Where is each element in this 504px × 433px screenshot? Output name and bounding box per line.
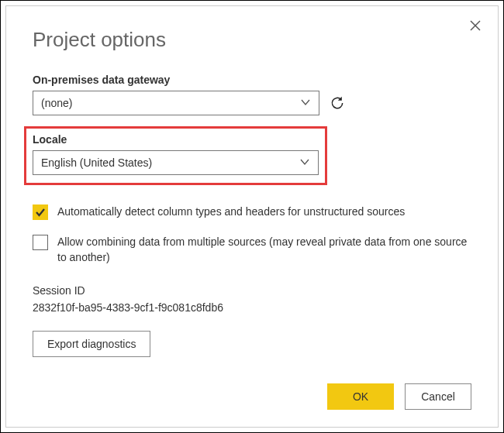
locale-select[interactable]: English (United States) [33,150,319,175]
screenshot-frame: Project options On-premises data gateway… [0,0,504,433]
refresh-icon [330,95,345,111]
gateway-label: On-premises data gateway [33,74,471,86]
gateway-row: (none) [33,91,471,115]
auto-detect-checkbox[interactable] [33,204,48,220]
session-id-value: 2832f10f-ba95-4383-9cf1-f9c081c8fdb6 [33,301,471,314]
project-options-dialog: Project options On-premises data gateway… [5,5,499,428]
close-button[interactable] [467,17,484,34]
ok-button[interactable]: OK [327,383,394,410]
dialog-footer: OK Cancel [327,383,471,410]
gateway-select[interactable]: (none) [33,91,319,115]
dialog-title: Project options [33,28,471,52]
close-icon [469,19,482,32]
allow-combining-checkbox[interactable] [33,235,48,250]
export-row: Export diagnostics [33,331,471,357]
gateway-select-value: (none) [41,97,72,109]
locale-label: Locale [33,133,319,146]
allow-combining-row: Allow combining data from multiple sourc… [33,234,471,266]
locale-highlight: Locale English (United States) [24,126,327,185]
auto-detect-row: Automatically detect column types and he… [33,204,471,220]
chevron-down-icon [299,156,310,170]
allow-combining-label: Allow combining data from multiple sourc… [57,234,471,266]
auto-detect-label: Automatically detect column types and he… [57,204,405,219]
session-id-label: Session ID [33,284,471,297]
chevron-down-icon [300,97,311,110]
check-icon [35,207,46,218]
refresh-gateway-button[interactable] [329,95,346,112]
export-diagnostics-button[interactable]: Export diagnostics [33,331,150,357]
locale-select-value: English (United States) [41,156,152,169]
cancel-button[interactable]: Cancel [405,383,471,410]
